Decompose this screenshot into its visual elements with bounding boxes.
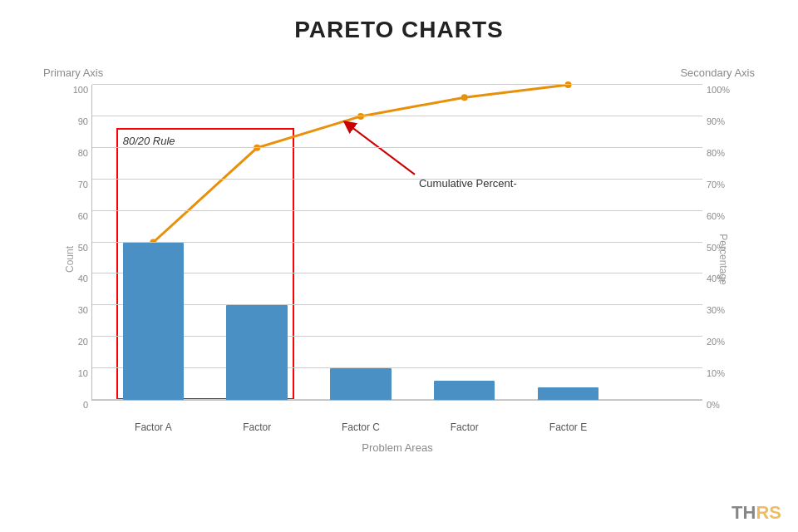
primary-axis-label: Primary Axis [43, 66, 103, 79]
cumulative-line-chart: Cumulative Percent- [92, 85, 702, 400]
y-tick-right: 60% [707, 211, 725, 221]
y-tick-left: 10 [78, 368, 88, 378]
y-tick-right: 10% [707, 368, 725, 378]
x-label-0: Factor A [135, 421, 172, 433]
annotation-80-20: 80/20 Rule [123, 135, 175, 147]
x-label-1: Factor [243, 421, 271, 433]
y-axis-left-title: Count [64, 246, 76, 273]
secondary-axis-label: Secondary Axis [680, 66, 755, 79]
y-tick-right: 80% [707, 148, 725, 158]
y-tick-right: 90% [707, 116, 725, 126]
page: PARETO CHARTS Primary Axis Secondary Axi… [0, 0, 798, 532]
y-tick-left: 80 [78, 148, 88, 158]
y-tick-right: 20% [707, 337, 725, 347]
bar-factor-a [123, 243, 184, 401]
line-dot [565, 81, 572, 88]
grid-line [92, 399, 702, 400]
chart-area: Cumulative Percent- Problem Areas 00%101… [91, 85, 702, 401]
grid-line [92, 367, 702, 368]
annotation-arrow [348, 125, 415, 175]
cumulative-polyline [153, 85, 568, 243]
grid-line [92, 179, 702, 180]
y-tick-left: 70 [78, 180, 88, 190]
grid-line [92, 304, 702, 305]
bar-factor-e [538, 387, 598, 400]
grid-line [92, 116, 702, 116]
y-tick-left: 20 [78, 337, 88, 347]
y-tick-left: 30 [78, 305, 88, 315]
watermark-th: TH [732, 502, 756, 523]
grid-line [92, 147, 702, 148]
x-axis-title: Problem Areas [362, 441, 432, 454]
grid-line [92, 84, 702, 85]
y-tick-left: 90 [78, 116, 88, 126]
x-label-2: Factor C [342, 421, 380, 433]
line-dot [461, 94, 468, 101]
y-tick-left: 50 [78, 243, 88, 253]
page-title: PARETO CHARTS [294, 17, 504, 43]
chart-container: Primary Axis Secondary Axis Cumulative P… [42, 52, 756, 467]
bar-factor [434, 381, 495, 400]
bar-factor-c [330, 368, 391, 400]
grid-line [92, 273, 702, 273]
y-axis-right-title: Percentage [717, 234, 728, 284]
y-tick-left: 60 [78, 211, 88, 221]
grid-line [92, 210, 702, 211]
y-tick-right: 100% [707, 85, 730, 95]
y-tick-left: 0 [83, 400, 88, 410]
y-tick-right: 70% [707, 180, 725, 190]
watermark-rs: RS [756, 502, 781, 523]
y-tick-right: 30% [707, 305, 725, 315]
bar-factor [226, 305, 287, 400]
y-tick-left: 100 [73, 85, 88, 95]
grid-line [92, 336, 702, 337]
y-tick-left: 40 [78, 273, 88, 283]
x-label-4: Factor E [549, 421, 587, 433]
x-label-3: Factor [451, 421, 479, 433]
y-tick-right: 0% [707, 400, 720, 410]
watermark: THRS [732, 502, 781, 524]
grid-line [92, 242, 702, 243]
